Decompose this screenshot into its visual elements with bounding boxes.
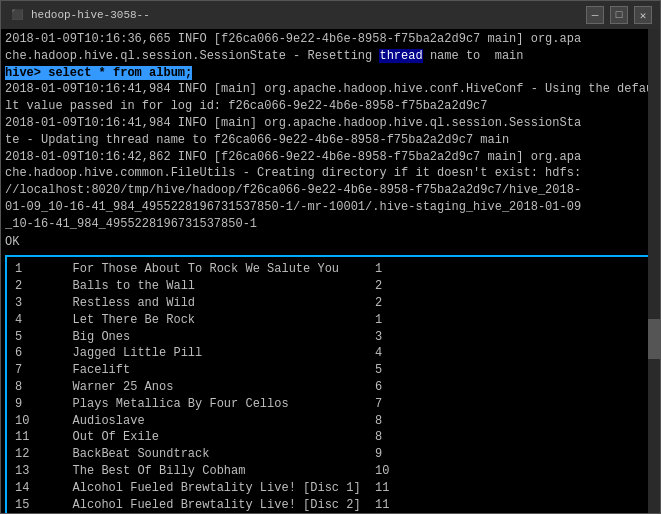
scrollbar-thumb[interactable] [648,319,660,359]
scrollbar[interactable] [648,29,660,513]
table-row: 3 Restless and Wild 2 [7,295,654,312]
table-row: 15 Alcohol Fueled Brewtality Live! [Disc… [7,497,654,513]
table-row: 9 Plays Metallica By Four Cellos 7 [7,396,654,413]
close-button[interactable]: ✕ [634,6,652,24]
results-table: 1 For Those About To Rock We Salute You … [5,255,656,513]
table-row: 2 Balls to the Wall 2 [7,278,654,295]
table-row: 13 The Best Of Billy Cobham 10 [7,463,654,480]
prompt-line: hive> select * from album; [5,65,656,82]
title-controls: — □ ✕ [586,6,652,24]
selected-query: hive> select * from album; [5,66,192,80]
table-row: 8 Warner 25 Anos 6 [7,379,654,396]
table-row: 11 Out Of Exile 8 [7,429,654,446]
table-row: 1 For Those About To Rock We Salute You … [7,261,654,278]
log-line-2: 2018-01-09T10:16:41,984 INFO [main] org.… [5,81,656,115]
title-bar: ⬛ hedoop-hive-3058-- — □ ✕ [1,1,660,29]
maximize-button[interactable]: □ [610,6,628,24]
table-row: 6 Jagged Little Pill 4 [7,345,654,362]
window-icon: ⬛ [9,7,25,23]
log-section: 2018-01-09T10:16:36,665 INFO [f26ca066-9… [5,31,656,233]
log-line-4: 2018-01-09T10:16:42,862 INFO [f26ca066-9… [5,149,656,233]
minimize-button[interactable]: — [586,6,604,24]
table-row: 12 BackBeat Soundtrack 9 [7,446,654,463]
main-window: ⬛ hedoop-hive-3058-- — □ ✕ 2018-01-09T10… [0,0,661,514]
table-row: 14 Alcohol Fueled Brewtality Live! [Disc… [7,480,654,497]
ok-label: OK [5,233,656,252]
log-line-1: 2018-01-09T10:16:36,665 INFO [f26ca066-9… [5,31,656,65]
table-row: 7 Facelift 5 [7,362,654,379]
table-row: 5 Big Ones 3 [7,329,654,346]
terminal-content: 2018-01-09T10:16:36,665 INFO [f26ca066-9… [1,29,660,513]
window-title: hedoop-hive-3058-- [31,9,586,21]
table-row: 10 Audioslave 8 [7,413,654,430]
table-row: 4 Let There Be Rock 1 [7,312,654,329]
log-line-3: 2018-01-09T10:16:41,984 INFO [main] org.… [5,115,656,149]
